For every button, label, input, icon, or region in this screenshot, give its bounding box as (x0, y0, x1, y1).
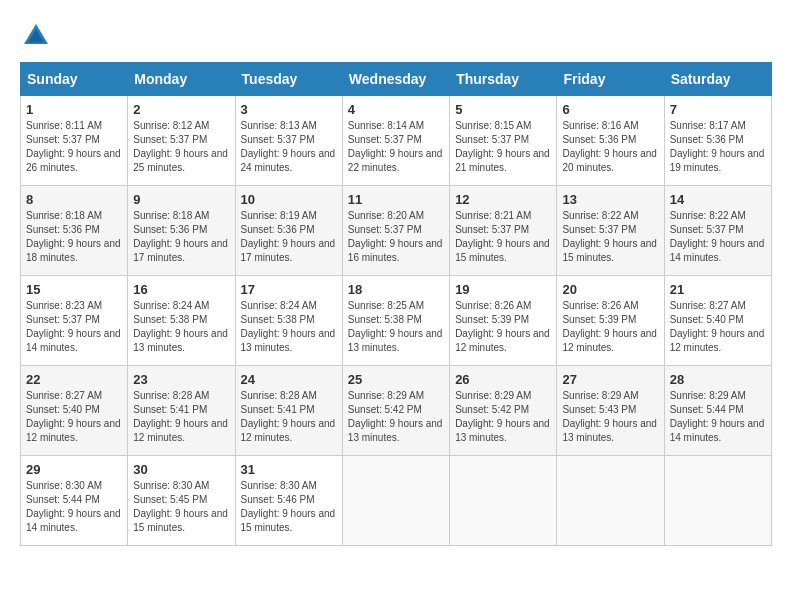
sunset-text: Sunset: 5:45 PM (133, 493, 229, 507)
day-number: 14 (670, 192, 766, 207)
calendar-cell: 30Sunrise: 8:30 AMSunset: 5:45 PMDayligh… (128, 456, 235, 546)
calendar-week-row: 22Sunrise: 8:27 AMSunset: 5:40 PMDayligh… (21, 366, 772, 456)
col-thursday: Thursday (450, 63, 557, 96)
calendar-cell: 3Sunrise: 8:13 AMSunset: 5:37 PMDaylight… (235, 96, 342, 186)
daylight-text: Daylight: 9 hours and 14 minutes. (670, 237, 766, 265)
calendar-cell: 31Sunrise: 8:30 AMSunset: 5:46 PMDayligh… (235, 456, 342, 546)
sunset-text: Sunset: 5:37 PM (562, 223, 658, 237)
calendar-cell (450, 456, 557, 546)
col-saturday: Saturday (664, 63, 771, 96)
sunrise-text: Sunrise: 8:25 AM (348, 299, 444, 313)
cell-content: Sunrise: 8:21 AMSunset: 5:37 PMDaylight:… (455, 209, 551, 265)
calendar-cell: 12Sunrise: 8:21 AMSunset: 5:37 PMDayligh… (450, 186, 557, 276)
sunrise-text: Sunrise: 8:14 AM (348, 119, 444, 133)
cell-content: Sunrise: 8:29 AMSunset: 5:43 PMDaylight:… (562, 389, 658, 445)
daylight-text: Daylight: 9 hours and 14 minutes. (26, 507, 122, 535)
daylight-text: Daylight: 9 hours and 24 minutes. (241, 147, 337, 175)
sunset-text: Sunset: 5:36 PM (26, 223, 122, 237)
sunset-text: Sunset: 5:37 PM (133, 133, 229, 147)
calendar-cell: 1Sunrise: 8:11 AMSunset: 5:37 PMDaylight… (21, 96, 128, 186)
daylight-text: Daylight: 9 hours and 16 minutes. (348, 237, 444, 265)
sunset-text: Sunset: 5:37 PM (26, 133, 122, 147)
day-number: 29 (26, 462, 122, 477)
sunrise-text: Sunrise: 8:12 AM (133, 119, 229, 133)
daylight-text: Daylight: 9 hours and 15 minutes. (455, 237, 551, 265)
cell-content: Sunrise: 8:11 AMSunset: 5:37 PMDaylight:… (26, 119, 122, 175)
sunset-text: Sunset: 5:38 PM (348, 313, 444, 327)
cell-content: Sunrise: 8:28 AMSunset: 5:41 PMDaylight:… (133, 389, 229, 445)
day-number: 30 (133, 462, 229, 477)
calendar-cell: 29Sunrise: 8:30 AMSunset: 5:44 PMDayligh… (21, 456, 128, 546)
sunrise-text: Sunrise: 8:29 AM (455, 389, 551, 403)
sunrise-text: Sunrise: 8:29 AM (348, 389, 444, 403)
calendar-week-row: 15Sunrise: 8:23 AMSunset: 5:37 PMDayligh… (21, 276, 772, 366)
day-number: 9 (133, 192, 229, 207)
daylight-text: Daylight: 9 hours and 17 minutes. (241, 237, 337, 265)
daylight-text: Daylight: 9 hours and 12 minutes. (26, 417, 122, 445)
sunrise-text: Sunrise: 8:15 AM (455, 119, 551, 133)
day-number: 17 (241, 282, 337, 297)
sunrise-text: Sunrise: 8:16 AM (562, 119, 658, 133)
daylight-text: Daylight: 9 hours and 25 minutes. (133, 147, 229, 175)
day-number: 31 (241, 462, 337, 477)
col-sunday: Sunday (21, 63, 128, 96)
sunrise-text: Sunrise: 8:30 AM (241, 479, 337, 493)
calendar-cell: 7Sunrise: 8:17 AMSunset: 5:36 PMDaylight… (664, 96, 771, 186)
calendar-cell: 24Sunrise: 8:28 AMSunset: 5:41 PMDayligh… (235, 366, 342, 456)
cell-content: Sunrise: 8:22 AMSunset: 5:37 PMDaylight:… (670, 209, 766, 265)
sunrise-text: Sunrise: 8:28 AM (133, 389, 229, 403)
calendar-cell: 17Sunrise: 8:24 AMSunset: 5:38 PMDayligh… (235, 276, 342, 366)
day-number: 6 (562, 102, 658, 117)
calendar-cell: 9Sunrise: 8:18 AMSunset: 5:36 PMDaylight… (128, 186, 235, 276)
sunrise-text: Sunrise: 8:28 AM (241, 389, 337, 403)
logo-icon (20, 20, 52, 52)
sunrise-text: Sunrise: 8:27 AM (670, 299, 766, 313)
sunset-text: Sunset: 5:40 PM (26, 403, 122, 417)
sunrise-text: Sunrise: 8:29 AM (562, 389, 658, 403)
sunrise-text: Sunrise: 8:22 AM (562, 209, 658, 223)
cell-content: Sunrise: 8:29 AMSunset: 5:42 PMDaylight:… (455, 389, 551, 445)
sunrise-text: Sunrise: 8:18 AM (26, 209, 122, 223)
day-number: 27 (562, 372, 658, 387)
sunrise-text: Sunrise: 8:17 AM (670, 119, 766, 133)
cell-content: Sunrise: 8:18 AMSunset: 5:36 PMDaylight:… (133, 209, 229, 265)
sunset-text: Sunset: 5:38 PM (241, 313, 337, 327)
sunset-text: Sunset: 5:39 PM (455, 313, 551, 327)
cell-content: Sunrise: 8:24 AMSunset: 5:38 PMDaylight:… (133, 299, 229, 355)
col-monday: Monday (128, 63, 235, 96)
daylight-text: Daylight: 9 hours and 13 minutes. (562, 417, 658, 445)
daylight-text: Daylight: 9 hours and 21 minutes. (455, 147, 551, 175)
daylight-text: Daylight: 9 hours and 13 minutes. (241, 327, 337, 355)
day-number: 3 (241, 102, 337, 117)
cell-content: Sunrise: 8:22 AMSunset: 5:37 PMDaylight:… (562, 209, 658, 265)
day-number: 11 (348, 192, 444, 207)
cell-content: Sunrise: 8:16 AMSunset: 5:36 PMDaylight:… (562, 119, 658, 175)
calendar-cell: 20Sunrise: 8:26 AMSunset: 5:39 PMDayligh… (557, 276, 664, 366)
sunset-text: Sunset: 5:43 PM (562, 403, 658, 417)
cell-content: Sunrise: 8:23 AMSunset: 5:37 PMDaylight:… (26, 299, 122, 355)
cell-content: Sunrise: 8:20 AMSunset: 5:37 PMDaylight:… (348, 209, 444, 265)
sunrise-text: Sunrise: 8:30 AM (133, 479, 229, 493)
cell-content: Sunrise: 8:13 AMSunset: 5:37 PMDaylight:… (241, 119, 337, 175)
daylight-text: Daylight: 9 hours and 15 minutes. (241, 507, 337, 535)
daylight-text: Daylight: 9 hours and 15 minutes. (562, 237, 658, 265)
day-number: 20 (562, 282, 658, 297)
sunset-text: Sunset: 5:36 PM (241, 223, 337, 237)
daylight-text: Daylight: 9 hours and 12 minutes. (455, 327, 551, 355)
calendar-week-row: 8Sunrise: 8:18 AMSunset: 5:36 PMDaylight… (21, 186, 772, 276)
cell-content: Sunrise: 8:29 AMSunset: 5:42 PMDaylight:… (348, 389, 444, 445)
daylight-text: Daylight: 9 hours and 13 minutes. (348, 327, 444, 355)
sunrise-text: Sunrise: 8:13 AM (241, 119, 337, 133)
sunrise-text: Sunrise: 8:21 AM (455, 209, 551, 223)
sunrise-text: Sunrise: 8:19 AM (241, 209, 337, 223)
cell-content: Sunrise: 8:25 AMSunset: 5:38 PMDaylight:… (348, 299, 444, 355)
sunset-text: Sunset: 5:44 PM (26, 493, 122, 507)
sunset-text: Sunset: 5:36 PM (133, 223, 229, 237)
daylight-text: Daylight: 9 hours and 13 minutes. (348, 417, 444, 445)
cell-content: Sunrise: 8:26 AMSunset: 5:39 PMDaylight:… (562, 299, 658, 355)
col-tuesday: Tuesday (235, 63, 342, 96)
page-container: Sunday Monday Tuesday Wednesday Thursday… (20, 20, 772, 546)
day-number: 24 (241, 372, 337, 387)
daylight-text: Daylight: 9 hours and 20 minutes. (562, 147, 658, 175)
sunrise-text: Sunrise: 8:18 AM (133, 209, 229, 223)
